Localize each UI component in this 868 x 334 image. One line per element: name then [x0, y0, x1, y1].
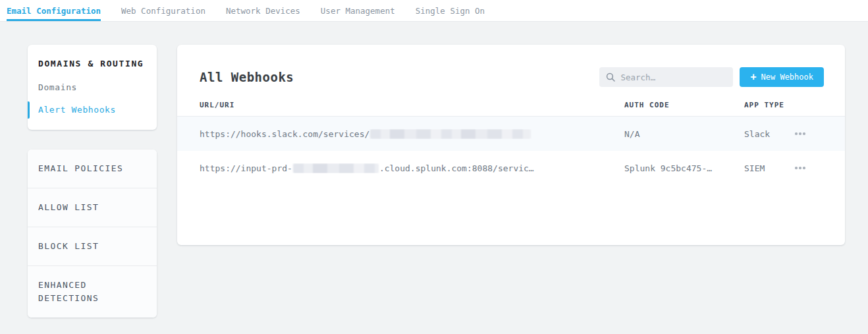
table-row: https://input-prd- .cloud.splunk.com:808…: [177, 151, 845, 185]
new-webhook-button-label: New Webhook: [761, 72, 813, 82]
ellipsis-icon[interactable]: [794, 130, 807, 138]
auth-code-cell: N/A: [624, 129, 744, 139]
sidebar-item-enhanced-detections[interactable]: ENHANCED DETECTIONS: [28, 265, 157, 318]
table-row: https://hooks.slack.com/services/ N/A Sl…: [177, 117, 845, 151]
column-header-app-type: APP TYPE: [744, 101, 794, 109]
sidebar-item-allow-list[interactable]: ALLOW LIST: [28, 188, 157, 227]
webhook-url-text: https://input-prd-: [200, 163, 292, 173]
column-header-url: URL/URI: [200, 101, 624, 109]
sidebar-item-domains[interactable]: Domains: [38, 82, 146, 92]
tab-email-configuration[interactable]: Email Configuration: [7, 0, 101, 21]
active-item-indicator: [28, 101, 30, 119]
new-webhook-button[interactable]: + New Webhook: [740, 67, 824, 87]
webhook-url-text: .cloud.splunk.com:8088/servic…: [379, 163, 534, 173]
webhooks-panel: All Webhooks + New Webhook URL/URI AUTH …: [177, 45, 845, 245]
page-content: DOMAINS & ROUTING Domains Alert Webhooks…: [0, 22, 868, 318]
redacted-text-blur: [293, 163, 379, 173]
sidebar: DOMAINS & ROUTING Domains Alert Webhooks…: [28, 45, 157, 318]
ellipsis-icon[interactable]: [794, 164, 807, 172]
webhook-url-text: https://hooks.slack.com/services/: [200, 129, 369, 139]
search-box[interactable]: [599, 67, 733, 87]
tab-web-configuration[interactable]: Web Configuration: [121, 0, 205, 21]
plus-icon: +: [750, 72, 756, 82]
page-title: All Webhooks: [200, 70, 294, 84]
sidebar-sections-card: EMAIL POLICIES ALLOW LIST BLOCK LIST ENH…: [28, 150, 157, 318]
webhook-url-cell: https://hooks.slack.com/services/: [200, 129, 624, 139]
sidebar-item-alert-webhooks[interactable]: Alert Webhooks: [38, 105, 146, 115]
redacted-text-blur: [370, 129, 531, 139]
tab-network-devices[interactable]: Network Devices: [226, 0, 300, 21]
sidebar-item-block-list[interactable]: BLOCK LIST: [28, 227, 157, 265]
app-type-cell: Slack: [744, 129, 794, 139]
app-type-cell: SIEM: [744, 163, 794, 173]
search-input[interactable]: [620, 72, 726, 82]
domains-routing-heading: DOMAINS & ROUTING: [38, 59, 146, 69]
column-header-auth-code: AUTH CODE: [624, 101, 744, 109]
tab-user-management[interactable]: User Management: [321, 0, 395, 21]
tab-single-sign-on[interactable]: Single Sign On: [416, 0, 485, 21]
domains-routing-card: DOMAINS & ROUTING Domains Alert Webhooks: [28, 45, 157, 130]
top-tab-bar: Email Configuration Web Configuration Ne…: [0, 0, 868, 22]
auth-code-cell: Splunk 9c5bc475-…: [624, 163, 744, 173]
search-icon: [606, 72, 615, 82]
panel-header: All Webhooks + New Webhook: [200, 67, 824, 87]
webhook-url-cell: https://input-prd- .cloud.splunk.com:808…: [200, 163, 624, 173]
sidebar-item-email-policies[interactable]: EMAIL POLICIES: [28, 150, 157, 188]
table-header-row: URL/URI AUTH CODE APP TYPE: [177, 87, 845, 117]
